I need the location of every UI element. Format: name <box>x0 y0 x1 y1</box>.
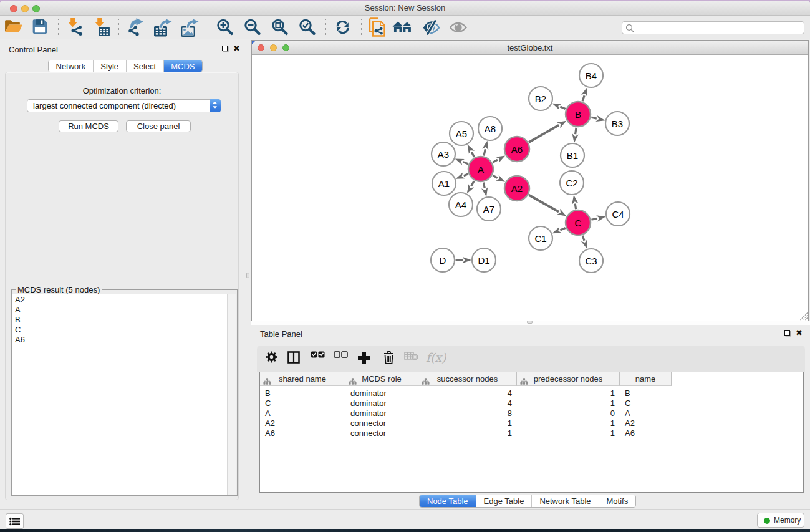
tab-mcds[interactable]: MCDS <box>164 60 202 72</box>
tab-style[interactable]: Style <box>94 60 127 72</box>
node-B2[interactable]: B2 <box>529 87 552 110</box>
table-row[interactable]: Cdominator41C <box>260 399 803 409</box>
node-A6[interactable]: A6 <box>504 137 529 162</box>
edge-A-A2[interactable] <box>493 175 497 178</box>
save-session-icon[interactable] <box>32 18 48 34</box>
table-row[interactable]: Bdominator41B <box>260 389 803 399</box>
node-A7[interactable]: A7 <box>477 197 501 221</box>
node-C[interactable]: C <box>566 210 591 235</box>
deselect-all-icon[interactable] <box>334 351 348 361</box>
task-history-button[interactable] <box>6 513 24 529</box>
search-box[interactable] <box>622 21 804 34</box>
tab-motifs[interactable]: Motifs <box>599 495 636 507</box>
node-A[interactable]: A <box>468 157 493 181</box>
edge-A2-C[interactable] <box>529 195 559 212</box>
divider-grabber[interactable] <box>246 273 249 278</box>
node-B1[interactable]: B1 <box>561 143 584 167</box>
table-float-icon[interactable] <box>784 330 790 336</box>
table-row[interactable]: A6connector11A6 <box>260 428 803 438</box>
mcds-result-item[interactable]: A6 <box>12 334 236 344</box>
tab-select[interactable]: Select <box>127 60 164 72</box>
memory-button[interactable]: Memory <box>757 513 804 528</box>
tab-edge-table[interactable]: Edge Table <box>476 495 533 507</box>
network-from-file-icon[interactable] <box>369 17 386 37</box>
node-A4[interactable]: A4 <box>449 193 473 216</box>
node-B[interactable]: B <box>566 102 591 127</box>
import-table-icon[interactable] <box>95 17 110 37</box>
zoom-in-icon[interactable] <box>216 18 233 36</box>
edge-B-B1[interactable] <box>576 128 576 135</box>
resize-grip-icon[interactable] <box>800 312 808 321</box>
trash-icon[interactable] <box>383 351 394 366</box>
eye-icon[interactable] <box>450 22 467 32</box>
node-C1[interactable]: C1 <box>529 226 552 250</box>
node-A3[interactable]: A3 <box>432 142 455 166</box>
panel-divider[interactable] <box>244 39 251 509</box>
column-header-MCDS-role[interactable]: MCDS role <box>345 372 418 386</box>
edge-B-B3[interactable] <box>591 117 597 118</box>
edge-A-A6[interactable] <box>493 160 498 162</box>
run-mcds-button[interactable]: Run MCDS <box>59 120 118 132</box>
homes-icon[interactable] <box>392 21 414 33</box>
close-panel-button[interactable]: Close panel <box>126 120 191 132</box>
node-C3[interactable]: C3 <box>579 249 603 273</box>
refresh-layout-icon[interactable] <box>336 21 349 34</box>
column-header-predecessor-nodes[interactable]: predecessor nodes <box>517 372 620 386</box>
table-row[interactable]: A2connector11A2 <box>260 418 803 428</box>
open-session-icon[interactable] <box>4 19 22 34</box>
node-B3[interactable]: B3 <box>605 112 629 135</box>
edge-A-A3[interactable] <box>463 162 468 164</box>
edge-A6-B[interactable] <box>529 125 559 142</box>
tab-node-table[interactable]: Node Table <box>420 495 476 507</box>
zoom-fit-icon[interactable] <box>271 18 288 36</box>
edge-C-C3[interactable] <box>582 236 584 241</box>
edge-A-A7[interactable] <box>483 183 485 188</box>
edge-B-B2[interactable] <box>560 107 565 109</box>
table-close-icon[interactable]: ✖ <box>796 330 803 337</box>
edge-B-B4[interactable] <box>582 95 584 101</box>
table-row[interactable]: Adominator80A <box>260 409 803 418</box>
node-C4[interactable]: C4 <box>606 202 630 226</box>
export-network-icon[interactable] <box>128 18 145 37</box>
edge-A-A1[interactable] <box>464 174 468 176</box>
export-table-icon[interactable] <box>153 18 173 37</box>
import-network-icon[interactable] <box>68 17 84 37</box>
zoom-selected-icon[interactable] <box>298 18 316 36</box>
node-D[interactable]: D <box>431 248 455 272</box>
horizontal-divider-grabber[interactable] <box>527 321 533 324</box>
zoom-out-icon[interactable] <box>243 18 261 36</box>
close-panel-icon[interactable]: ✖ <box>233 46 240 52</box>
mcds-result-item[interactable]: A <box>12 304 236 314</box>
column-header-name[interactable]: name <box>620 372 672 386</box>
mcds-result-item[interactable]: C <box>12 324 236 334</box>
mcds-result-item[interactable]: B <box>12 314 236 324</box>
node-D1[interactable]: D1 <box>472 248 496 272</box>
float-panel-icon[interactable] <box>222 46 228 51</box>
node-A2[interactable]: A2 <box>504 176 529 201</box>
edge-C-C4[interactable] <box>591 218 597 220</box>
table-options-icon[interactable] <box>266 351 277 365</box>
mcds-result-item[interactable]: A2 <box>12 294 236 304</box>
column-header-successor-nodes[interactable]: successor nodes <box>418 372 517 386</box>
node-A1[interactable]: A1 <box>432 172 456 195</box>
eye-slash-icon[interactable] <box>423 20 440 35</box>
tab-network-table[interactable]: Network Table <box>532 495 599 507</box>
criterion-dropdown[interactable]: largest connected component (directed) <box>27 99 221 112</box>
result-scrollbar[interactable] <box>227 294 236 495</box>
search-input[interactable] <box>637 22 799 33</box>
edge-A-A5[interactable] <box>471 152 474 157</box>
node-C2[interactable]: C2 <box>560 171 584 195</box>
column-layout-icon[interactable] <box>287 351 300 365</box>
edge-A-A8[interactable] <box>484 149 485 155</box>
edge-C-C2[interactable] <box>575 204 576 210</box>
network-canvas[interactable]: AA1A2A3A4A5A6A7A8BB1B2B3B4CC1C2C3C4DD1 <box>252 55 808 321</box>
edge-C-C1[interactable] <box>560 228 565 230</box>
export-image-icon[interactable] <box>180 18 200 37</box>
function-builder-icon[interactable]: f(x) <box>426 351 446 367</box>
node-A5[interactable]: A5 <box>450 122 473 145</box>
node-A8[interactable]: A8 <box>478 117 502 140</box>
node-B4[interactable]: B4 <box>579 64 603 87</box>
column-header-shared-name[interactable]: shared name <box>260 372 345 386</box>
delete-table-icon[interactable] <box>404 351 418 362</box>
edge-A-A4[interactable] <box>471 181 475 186</box>
